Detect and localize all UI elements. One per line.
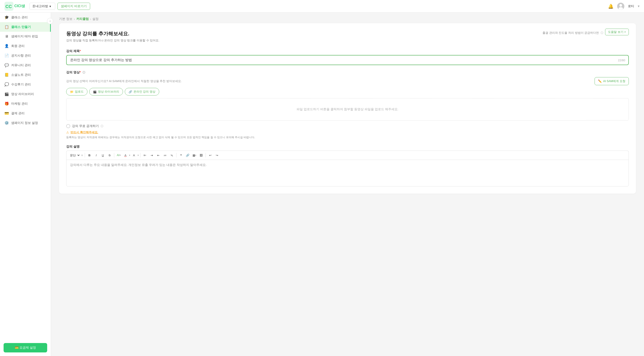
required-mark: *: [80, 49, 81, 53]
sidebar-icon-page-theme: 🖥: [4, 34, 9, 38]
notification-bell-icon[interactable]: 🔔: [608, 4, 614, 9]
sidebar-item-member-manage[interactable]: 👤회원 관리: [0, 41, 51, 51]
sidebar-label-class-create: 클래스 만들기: [11, 25, 31, 29]
strikethrough-button[interactable]: S: [106, 152, 113, 158]
dropdown-arrow-icon: ▾: [50, 4, 51, 8]
title-input-wrap: 22/80: [66, 55, 629, 65]
upload-tab-online[interactable]: 🔗온라인 강의 영상: [125, 88, 159, 96]
bullet-list-button[interactable]: ≔: [162, 152, 168, 158]
logo: CC CICI생: [4, 2, 25, 11]
editor-placeholder: 강의에서 다루는 주요 내용을 알려주세요. 개인정보 유출 우려가 있는 내용…: [70, 163, 206, 166]
sidebar-item-page-theme[interactable]: 🖥샘페이지 테마 편집: [0, 32, 51, 41]
breadcrumb-sep-1: ›: [90, 17, 91, 21]
sidebar-item-review-manage[interactable]: 💭수강후기 관리: [0, 80, 51, 89]
sidebar-item-page-settings[interactable]: ⚙️샘페이지 정보 설정: [0, 118, 51, 128]
title-input[interactable]: [66, 55, 629, 65]
sidebar-label-review-manage: 수강후기 관리: [11, 82, 31, 86]
sidebar-icon-class-manage: 🎓: [4, 15, 9, 20]
tab-icon-library: 🎬: [93, 90, 96, 94]
warning-triangle-icon: ⚠: [66, 130, 69, 134]
free-toggle-row: 강의 무료 공개하기 ⓘ: [66, 124, 629, 128]
underline-button[interactable]: U: [100, 152, 106, 158]
class-dropdown[interactable]: 돈내고라방 ▾: [30, 3, 55, 10]
upload-tabs: 📁업로드🎬영상 라이브러리🔗온라인 강의 영상: [66, 88, 629, 96]
toolbar-divider-4: [176, 153, 176, 158]
sidebar-collapse-button[interactable]: ‹: [47, 18, 53, 24]
upload-tab-upload[interactable]: 📁업로드: [66, 88, 88, 96]
sidebar-item-marketing[interactable]: 🎁마케팅 관리: [0, 99, 51, 108]
free-toggle-info-icon[interactable]: ⓘ: [100, 124, 103, 128]
bold-button[interactable]: B: [86, 152, 92, 158]
user-dropdown-icon[interactable]: ▾: [638, 4, 640, 8]
sidebar-item-payment[interactable]: 💳결제 관리: [0, 108, 51, 118]
undo-button[interactable]: ↩: [207, 152, 213, 158]
highlight-button[interactable]: A: [131, 152, 137, 158]
tab-icon-upload: 📁: [70, 90, 74, 94]
warning-link[interactable]: 반드시 확인해주세요.: [70, 130, 98, 134]
sidebar-label-marketing: 마케팅 관리: [11, 102, 28, 106]
sidebar-item-snote-manage[interactable]: 📒소셜노트 관리: [0, 70, 51, 80]
video-field-label: 강의 영상* ⓘ: [66, 70, 85, 74]
sidebar-label-community-manage: 커뮤니티 관리: [11, 63, 31, 67]
indent-more-button[interactable]: ⇥: [148, 152, 155, 158]
link-button[interactable]: 🔗: [184, 152, 191, 158]
sidebar: 🎓클래스 관리📋클래스 만들기🖥샘페이지 테마 편집👤회원 관리📄공지사항 관리…: [0, 12, 51, 356]
svg-point-3: [620, 4, 622, 7]
svg-text:CC: CC: [5, 4, 12, 9]
breadcrumb-item-1[interactable]: 커리큘럼: [76, 17, 89, 21]
quote-button[interactable]: ❝: [178, 152, 184, 158]
ai-icon: ✏️: [598, 80, 602, 83]
font-color-button[interactable]: A: [122, 152, 128, 158]
numbered-list-button[interactable]: ≒: [168, 152, 175, 158]
editor-body[interactable]: 강의에서 다루는 주요 내용을 알려주세요. 개인정보 유출 우려가 있는 내용…: [66, 160, 629, 186]
sidebar-label-video-library: 영상 라이브러리: [11, 92, 34, 96]
notice-text: 등록하는 영상이 저작권에 위배되는 경우에는 저작권자의 요청으로 사전 예고…: [66, 135, 629, 139]
redo-button[interactable]: ↪: [214, 152, 220, 158]
top-nav: CC CICI생 돈내고라방 ▾ 샘페이지 바로가기 🔔 로티 ▾: [0, 0, 644, 12]
page-link-button[interactable]: 샘페이지 바로가기: [58, 3, 90, 10]
page-subtitle: 강의 영상을 직접 등록하거나 온라인 강의 영상 링크를 이용할 수 있어요.: [66, 38, 160, 42]
tab-label-online: 온라인 강의 영상: [134, 90, 156, 94]
breadcrumb-item-2[interactable]: 설정: [92, 17, 98, 21]
user-name: 로티: [628, 4, 634, 8]
sidebar-item-class-create[interactable]: 📋클래스 만들기: [0, 22, 51, 32]
sidebar-item-notice-manage[interactable]: 📄공지사항 관리: [0, 51, 51, 60]
tab-label-upload: 업로드: [75, 90, 84, 94]
video-section-left: 강의 영상* ⓘ: [66, 70, 85, 74]
ai-request-button[interactable]: ✏️ AI SAM에게 요청: [594, 77, 629, 85]
sidebar-icon-member-manage: 👤: [4, 44, 9, 48]
free-toggle-label: 강의 무료 공개하기: [72, 124, 99, 128]
indent-less-button[interactable]: ⇤: [155, 152, 162, 158]
tab-icon-online: 🔗: [128, 90, 132, 94]
sidebar-icon-marketing: 🎁: [4, 102, 9, 106]
help-link-button[interactable]: 도움말 보기 >: [605, 28, 629, 35]
font-color-arrow[interactable]: ▾: [129, 154, 130, 157]
sidebar-item-video-library[interactable]: 🎬영상 라이브러리: [0, 89, 51, 99]
upload-tab-library[interactable]: 🎬영상 라이브러리: [89, 88, 123, 96]
ai-text-button[interactable]: AI ▾: [116, 152, 122, 158]
warning-row: ⚠ 반드시 확인해주세요.: [66, 130, 629, 134]
paragraph-select[interactable]: 문단: [68, 153, 80, 158]
sidebar-icon-community-manage: 💬: [4, 63, 9, 67]
fee-settings-button[interactable]: 💳 요금제 설정: [4, 343, 47, 352]
sidebar-label-page-settings: 샘페이지 정보 설정: [11, 121, 38, 125]
image-button[interactable]: 🖼: [198, 152, 204, 158]
align-button[interactable]: ≡ ▾: [142, 152, 148, 158]
breadcrumb-item-0[interactable]: 기본 정보: [59, 17, 72, 21]
video-hint-text: 강의 영상 선택이 어려우신가요? AI SAM에게 온라인에서 적절한 영상을…: [66, 79, 182, 83]
video-info-icon: ⓘ: [82, 71, 85, 74]
free-toggle-radio[interactable]: [66, 124, 70, 128]
tab-label-library: 영상 라이브러리: [98, 90, 119, 94]
italic-button[interactable]: I: [93, 152, 99, 158]
upload-placeholder: 파일 업로드하기 버튼을 클릭하여 첨부할 동영상 파일을 업로드 해주세요.: [296, 107, 398, 111]
breadcrumb-sep-0: ›: [74, 17, 75, 21]
sidebar-icon-video-library: 🎬: [4, 92, 9, 96]
highlight-arrow[interactable]: ▾: [138, 154, 139, 157]
editor-toolbar: 문단 ▾ B I U S AI ▾ A ▾ A ▾ ≡ ▾ ⇥: [66, 150, 629, 160]
sidebar-item-class-manage[interactable]: 🎓클래스 관리: [0, 12, 51, 22]
sidebar-item-community-manage[interactable]: 💬커뮤니티 관리: [0, 60, 51, 70]
toolbar-divider-5: [206, 153, 206, 158]
upload-area[interactable]: 파일 업로드하기 버튼을 클릭하여 첨부할 동영상 파일을 업로드 해주세요.: [66, 98, 629, 120]
breadcrumb: 기본 정보 › 커리큘럼 › 설정: [51, 12, 644, 23]
table-button[interactable]: ▦ ▾: [191, 152, 198, 158]
